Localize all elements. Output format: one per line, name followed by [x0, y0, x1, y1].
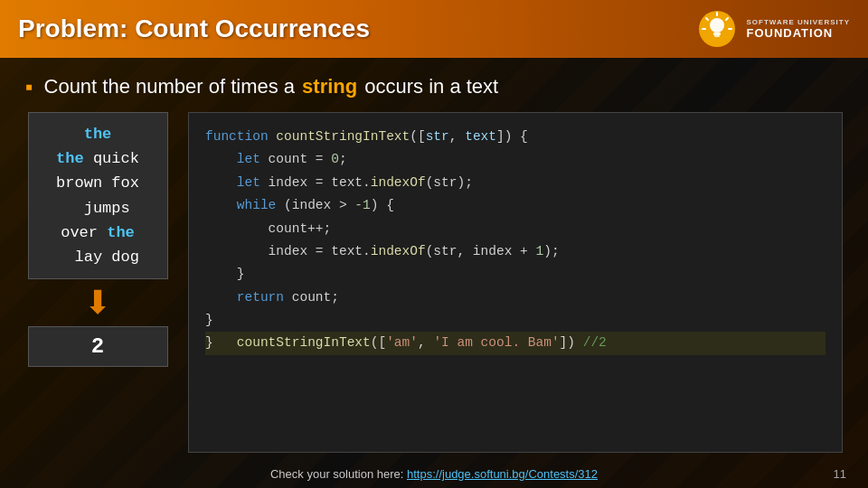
subtitle-highlight: string [302, 75, 357, 99]
bullet-icon: ▪ [25, 74, 33, 99]
slide-header: Problem: Count Occurrences SOFTWARE UNIV… [0, 0, 868, 58]
code-line-4: while (index > -1) { [205, 194, 826, 217]
svg-rect-2 [713, 33, 721, 35]
code-line-8: return count; [205, 286, 826, 309]
svg-point-1 [710, 18, 724, 33]
page-number: 11 [834, 467, 846, 481]
code-line-10: } countStringInText(['am', 'I am cool. B… [205, 332, 826, 354]
slide-content: ▪ Count the number of times a string occ… [0, 58, 868, 462]
highlighted-word-1: the [84, 126, 112, 143]
svg-rect-3 [714, 35, 720, 37]
svg-line-5 [726, 18, 728, 20]
softuni-logo: SOFTWARE UNIVERSITY FOUNDATION [697, 9, 850, 49]
slide-title: Problem: Count Occurrences [18, 14, 370, 43]
code-line-6: index = text.indexOf(str, index + 1); [205, 240, 826, 263]
result-box: 2 [28, 326, 168, 367]
logo-bottom-text: FOUNDATION [746, 26, 833, 40]
footer: Check your solution here: https://judge.… [0, 462, 868, 488]
main-content: the the quick brown fox jumps over the l… [25, 112, 843, 453]
subtitle-prefix: Count the number of times a [44, 75, 296, 99]
left-panel: the the quick brown fox jumps over the l… [25, 112, 170, 453]
code-line-2: let count = 0; [205, 148, 826, 171]
code-line-7: } [205, 263, 826, 286]
svg-line-7 [706, 18, 708, 20]
code-panel: function countStringInText([str, text]) … [188, 112, 843, 453]
code-line-1: function countStringInText([str, text]) … [205, 126, 826, 148]
logo-shield-icon [697, 9, 737, 49]
code-line-5: count++; [205, 218, 826, 240]
logo-top-text: SOFTWARE UNIVERSITY [746, 18, 850, 26]
arrow-down-icon: ⬇ [84, 286, 111, 319]
code-line-9: } [205, 309, 826, 332]
code-line-3: let index = text.indexOf(str); [205, 172, 826, 194]
input-text-box: the the quick brown fox jumps over the l… [28, 112, 168, 279]
subtitle-suffix: occurs in a text [364, 75, 498, 99]
highlighted-word-2: the [56, 150, 84, 167]
highlighted-word-3: the [107, 224, 135, 241]
footer-text: Check your solution here: [270, 467, 407, 481]
footer-link[interactable]: https://judge.softuni.bg/Contests/312 [407, 467, 598, 481]
logo-label: SOFTWARE UNIVERSITY FOUNDATION [746, 18, 850, 40]
subtitle: ▪ Count the number of times a string occ… [25, 74, 843, 99]
